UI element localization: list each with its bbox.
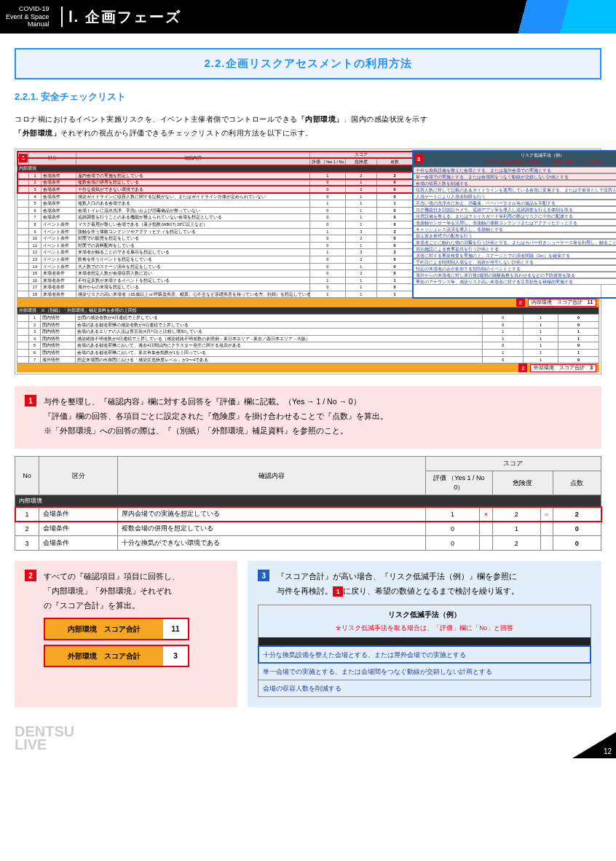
checklist-screenshot: 1 区分 確認内容 スコア 評価 （Yes 1 / No 0）危険度点数 内部環… (15, 149, 601, 374)
header-divider (61, 7, 63, 27)
internal-score-pill: 内部環境 スコア合計11 (44, 618, 189, 640)
risk-reduction-box: リスク低減手法（例）※リスク低減手法を取る場合は、「評価」欄に「No」と回答 十… (258, 605, 591, 698)
step-2-badge: 2 (25, 570, 36, 581)
chapter-title: Ⅰ. 企画フェーズ (68, 7, 181, 27)
step-1-box: 1 与件を整理し、『確認内容』欄に対する回答を『評価』欄に記載。（Yes → 1… (15, 386, 601, 449)
subsection-title: 2.2.1. 安全チェックリスト (15, 90, 601, 103)
ss-main-table: 1 区分 確認内容 スコア 評価 （Yes 1 / No 0）危険度点数 内部環… (17, 151, 413, 298)
step-2-box: 2 すべての『確認項目』項目に回答し、 「内部環境」「外部環境」それぞれ の『ス… (15, 561, 237, 707)
badge-1-icon: 1 (19, 154, 28, 162)
internal-sum-row: 2 内部環境 スコア合計 11 (17, 298, 599, 307)
header-manual-label: COVID-19 Event & Space Manual (0, 5, 55, 28)
step-3-badge: 3 (258, 570, 269, 581)
section-banner: 2.2.企画リスクアセスメントの利用方法 (15, 48, 601, 79)
page-number: 12 (604, 747, 612, 755)
dentsu-live-logo: DENTSULIVE (15, 725, 74, 751)
header-accent (485, 0, 616, 34)
step-1-badge: 1 (25, 395, 36, 406)
page-header: COVID-19 Event & Space Manual Ⅰ. 企画フェーズ (0, 0, 616, 34)
ss-side-panel: 3 リスク低減手法（例）※リスク低減手法を取る場合は、「評価」欄に「No」と回答… (413, 151, 616, 298)
external-sum-row: 2 外部環境 スコア合計 3 (17, 363, 599, 372)
ss-ext-table: 外部環境 ※（別紙）「外部環境」補足資料を参照の上回答 1国内情勢全国の感染者数… (17, 307, 599, 363)
external-score-pill: 外部環境 スコア合計3 (44, 645, 189, 667)
intro-text: コロナ禍におけるイベント実施リスクを、イベント主催者側でコントロールできる「内部… (15, 112, 601, 140)
badge-3-icon: 3 (414, 154, 423, 163)
mini-example-table: No 区分 確認内容 スコア 評価 （Yes 1 / No 0）危険度点数 内部… (15, 456, 601, 551)
step-3-box: 3 『スコア合計』が高い場合、『リスク低減手法（例）』欄を参照に 与件を再検討。… (248, 561, 601, 707)
